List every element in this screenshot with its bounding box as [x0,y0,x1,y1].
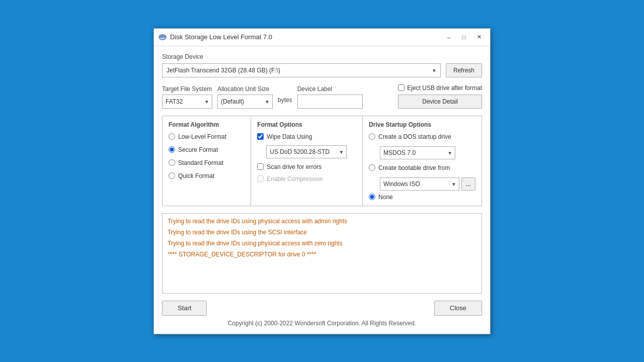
device-label-group: Device Label [297,85,363,109]
create-dos-label: Create a DOS startup drive [378,133,451,140]
log-line: **** STORAGE_DEVICE_DESCRIPTOR for drive… [168,251,476,258]
enable-compression-checkbox[interactable] [257,175,264,182]
iso-type-select[interactable]: Windows ISO Linux ISO [380,177,459,191]
wipe-sub: US DoD 5200.28-STD US DoD 5220.22-M Gutm… [266,145,356,158]
allocation-label: Allocation Unit Size [217,85,273,93]
scan-drive-checkbox[interactable] [257,163,264,170]
storage-row: JetFlash Transcend 32GB (28.48 GB) (F:\)… [162,63,482,77]
target-fs-select-wrapper: FAT32 NTFS exFAT [162,95,212,109]
close-button-footer[interactable]: Close [434,301,482,316]
content-area: Storage Device JetFlash Transcend 32GB (… [154,46,490,334]
low-level-label: Low-Level Format [178,133,226,140]
window-controls: – □ ✕ [442,32,486,43]
drive-startup-title: Drive Startup Options [369,121,475,128]
format-options-panel: Format Options Wipe Data Using US DoD 52… [251,116,363,206]
eject-checkbox-label[interactable]: Eject USB drive after format [398,84,482,92]
scan-drive-label: Scan drive for errors [267,163,321,170]
eject-section: Eject USB drive after format Device Deta… [398,84,482,109]
wipe-standard-select[interactable]: US DoD 5200.28-STD US DoD 5220.22-M Gutm… [266,145,347,158]
allocation-select-wrapper: (Default) 512 1024 2048 4096 [217,95,273,109]
device-detail-button[interactable]: Device Detail [398,95,482,109]
device-label-label: Device Label [297,85,363,93]
secure-format-option[interactable]: Secure Format [169,146,245,153]
footer-row: Start Close [162,301,482,316]
main-window: Disk Storage Low Level Format 7.0 – □ ✕ … [153,28,491,334]
start-button[interactable]: Start [162,301,207,316]
log-line: Trying to read the drive IDs using physi… [168,240,476,247]
wipe-data-label: Wipe Data Using [267,133,312,140]
close-button[interactable]: ✕ [472,32,486,43]
storage-device-label: Storage Device [162,53,482,60]
enable-compression-label: Enable Compression [267,175,323,183]
log-line: Trying to read the drive IDs using physi… [168,218,476,225]
quick-radio[interactable] [169,172,175,179]
standard-radio[interactable] [169,159,175,166]
window-title: Disk Storage Low Level Format 7.0 [170,33,442,41]
scan-drive-option[interactable]: Scan drive for errors [257,163,356,170]
storage-device-select[interactable]: JetFlash Transcend 32GB (28.48 GB) (F:\) [162,63,441,77]
low-level-format-option[interactable]: Low-Level Format [169,133,245,140]
fields-row: Target File System FAT32 NTFS exFAT Allo… [162,84,482,109]
iso-type-wrapper: Windows ISO Linux ISO [380,177,459,191]
create-dos-radio[interactable] [369,133,375,140]
secure-label: Secure Format [178,146,218,153]
wipe-data-option: Wipe Data Using [257,133,356,140]
maximize-button[interactable]: □ [457,32,471,43]
log-area[interactable]: Trying to read the drive IDs using physi… [162,213,482,294]
refresh-button[interactable]: Refresh [446,63,482,77]
none-radio[interactable] [369,194,375,200]
standard-format-option[interactable]: Standard Format [169,159,245,166]
format-options-title: Format Options [257,121,356,128]
eject-checkbox[interactable] [398,84,405,91]
browse-button[interactable]: ... [461,177,475,191]
target-fs-group: Target File System FAT32 NTFS exFAT [162,85,212,109]
copyright: Copyright (c) 2000-2022 Wondersoft Corpo… [162,320,482,327]
create-bootable-radio[interactable] [369,164,375,171]
allocation-group: Allocation Unit Size (Default) 512 1024 … [217,85,273,109]
none-option[interactable]: None [369,194,475,201]
quick-label: Quick Format [178,172,214,179]
allocation-select[interactable]: (Default) 512 1024 2048 4096 [217,95,273,109]
device-label-input[interactable] [297,95,363,109]
create-bootable-label: Create bootable drive from [378,164,450,171]
dos-version-wrapper: MSDOS 7.0 MSDOS 6.22 FreeDOS [380,146,455,159]
low-level-radio[interactable] [169,133,175,140]
drive-startup-panel: Drive Startup Options Create a DOS start… [363,116,481,206]
bytes-label: bytes [278,97,292,107]
panels-row: Format Algorithm Low-Level Format Secure… [162,116,482,206]
storage-dropdown-wrapper: JetFlash Transcend 32GB (28.48 GB) (F:\) [162,63,441,77]
dos-version-select[interactable]: MSDOS 7.0 MSDOS 6.22 FreeDOS [380,146,455,159]
log-line: Trying to read the drive IDs using the S… [168,229,476,236]
create-bootable-option[interactable]: Create bootable drive from [369,164,475,171]
app-icon [158,33,167,42]
wipe-standard-wrapper: US DoD 5200.28-STD US DoD 5220.22-M Gutm… [266,145,347,158]
create-dos-option[interactable]: Create a DOS startup drive [369,133,475,140]
none-label: None [378,194,393,201]
standard-label: Standard Format [178,159,223,166]
enable-compression-option[interactable]: Enable Compression [257,175,356,183]
quick-format-option[interactable]: Quick Format [169,172,245,179]
title-bar: Disk Storage Low Level Format 7.0 – □ ✕ [154,29,490,46]
target-fs-label: Target File System [162,85,212,93]
wipe-data-checkbox[interactable] [257,133,264,140]
bootable-row: Windows ISO Linux ISO ... [380,177,475,191]
minimize-button[interactable]: – [442,32,456,43]
target-fs-select[interactable]: FAT32 NTFS exFAT [162,95,212,109]
format-algorithm-title: Format Algorithm [169,121,245,128]
format-algorithm-panel: Format Algorithm Low-Level Format Secure… [163,116,251,206]
secure-radio[interactable] [169,146,175,153]
